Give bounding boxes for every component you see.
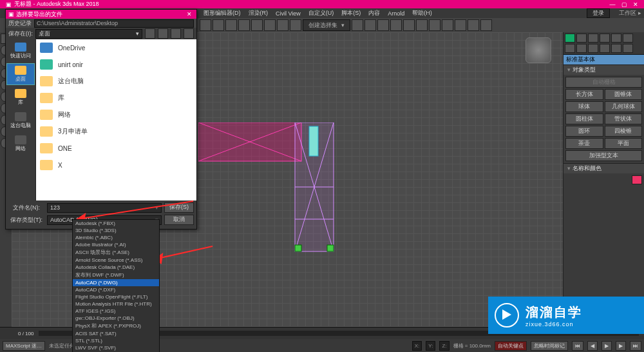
filetype-option[interactable]: ACIS SAT (*.SAT) bbox=[73, 330, 159, 337]
btn-plane[interactable]: 平面 bbox=[605, 138, 643, 149]
filetype-option[interactable]: LWV SVF (*.SVF) bbox=[73, 344, 159, 351]
menu-graphicedit[interactable]: 图形编辑器(D) bbox=[204, 9, 241, 17]
tool-render-icon[interactable] bbox=[480, 19, 492, 31]
menu-content[interactable]: 内容 bbox=[368, 9, 380, 17]
tool-link-icon[interactable] bbox=[225, 19, 237, 31]
tool-percent-icon[interactable] bbox=[277, 19, 289, 31]
rollout-objecttype[interactable]: 对象类型 bbox=[564, 64, 644, 75]
play-icon[interactable]: ▶ bbox=[601, 341, 612, 351]
file-list[interactable]: OneDrive unirt onir 这台电脑 库 网络 3月申请单 ONE … bbox=[36, 39, 196, 200]
tool-schematic-icon[interactable] bbox=[416, 19, 428, 31]
filetype-option[interactable]: Autodesk (*.FBX) bbox=[73, 220, 159, 227]
menu-custom[interactable]: 自定义(U) bbox=[308, 9, 334, 17]
subtab-geometry-icon[interactable] bbox=[565, 44, 575, 53]
tool-snap-icon[interactable] bbox=[264, 19, 276, 31]
tool-curve-icon[interactable] bbox=[403, 19, 415, 31]
tool-render-frame-icon[interactable] bbox=[455, 19, 466, 31]
subtab-helpers-icon[interactable] bbox=[611, 44, 621, 53]
filetype-option[interactable]: 发布到 DWF (*.DWF) bbox=[73, 271, 159, 279]
btn-cone[interactable]: 圆锥体 bbox=[605, 89, 643, 100]
nav-view-icon[interactable] bbox=[184, 28, 194, 39]
history-path[interactable]: C:\Users\Administrator\Desktop bbox=[34, 19, 194, 28]
coord-y[interactable]: Y: bbox=[426, 341, 435, 351]
btn-tube[interactable]: 管状体 bbox=[605, 113, 643, 124]
tool-mirror-icon[interactable] bbox=[352, 19, 363, 31]
tool-undo-icon[interactable] bbox=[200, 19, 211, 31]
place-thispc[interactable]: 这台电脑 bbox=[6, 110, 35, 132]
menu-render[interactable]: 渲染(R) bbox=[249, 9, 269, 17]
btn-box[interactable]: 长方体 bbox=[565, 89, 603, 100]
menu-help[interactable]: 帮助(H) bbox=[412, 9, 432, 17]
btn-torus[interactable]: 圆环 bbox=[565, 126, 603, 137]
close-button[interactable]: ✕ bbox=[630, 1, 641, 8]
tab-hierarchy-icon[interactable] bbox=[588, 34, 598, 43]
nav-up-icon[interactable] bbox=[158, 28, 168, 39]
minimize-button[interactable]: — bbox=[607, 1, 618, 8]
place-libraries[interactable]: 库 bbox=[6, 86, 35, 108]
maxscript-listener[interactable]: MAXScript 迷… bbox=[3, 341, 45, 351]
filetype-option[interactable]: Motion Analysis HTR File (*.HTR) bbox=[73, 300, 159, 308]
filetype-option[interactable]: Alembic (*.ABC) bbox=[73, 234, 159, 241]
filetype-option[interactable]: PhysX 和 APEX (*.PXPROJ) bbox=[73, 322, 159, 330]
filetype-option[interactable]: Autodesk Collada (*.DAE) bbox=[73, 264, 159, 271]
autogrid-check[interactable]: 自动栅格 bbox=[565, 77, 642, 88]
dialog-close-button[interactable]: ✕ bbox=[185, 11, 194, 17]
tool-spinner-icon[interactable] bbox=[290, 19, 301, 31]
subtab-lights-icon[interactable] bbox=[588, 44, 598, 53]
color-swatch[interactable] bbox=[632, 175, 642, 184]
subtab-shapes-icon[interactable] bbox=[576, 44, 587, 53]
filetype-option[interactable]: 3D Studio (*.3DS) bbox=[73, 227, 159, 234]
workspace-menu[interactable]: 工作区 ▸ bbox=[619, 9, 641, 17]
btn-textplus[interactable]: 加强型文本 bbox=[565, 150, 642, 161]
tool-align-icon[interactable] bbox=[365, 19, 376, 31]
coord-x[interactable]: X: bbox=[412, 341, 422, 351]
place-desktop[interactable]: 桌面 bbox=[6, 63, 35, 85]
tool-material-icon[interactable] bbox=[429, 19, 440, 31]
place-network[interactable]: 网络 bbox=[6, 133, 35, 155]
menu-script[interactable]: 脚本(S) bbox=[341, 9, 361, 17]
selection-set-dropdown[interactable]: 创建选择集 bbox=[303, 19, 350, 31]
subtab-space-icon[interactable] bbox=[623, 44, 633, 53]
filetype-option[interactable]: Flight Studio OpenFlight (*.FLT) bbox=[73, 293, 159, 300]
filetype-option[interactable]: gw::OBJ-Exporter (*.OBJ) bbox=[73, 315, 159, 322]
category-dropdown[interactable]: 标准基本体 bbox=[564, 54, 644, 64]
wireframe-object[interactable] bbox=[198, 122, 353, 258]
filetype-option-selected[interactable]: AutoCAD (*.DWG) bbox=[73, 279, 159, 286]
tool-angle-icon[interactable] bbox=[251, 19, 263, 31]
menu-arnold[interactable]: Arnold bbox=[388, 10, 404, 17]
menu-civilview[interactable]: Civil View bbox=[276, 10, 301, 17]
login-button[interactable]: 登录 bbox=[587, 8, 610, 18]
btn-geosphere[interactable]: 几何球体 bbox=[605, 101, 643, 112]
filetype-dropdown-list[interactable]: Autodesk (*.FBX) 3D Studio (*.3DS) Alemb… bbox=[72, 219, 160, 352]
tool-teapot-icon[interactable] bbox=[468, 19, 479, 31]
autokey-button[interactable]: 自动关键点 bbox=[495, 341, 527, 351]
filetype-option[interactable]: Adobe Illustrator (*.AI) bbox=[73, 241, 159, 248]
play-next-icon[interactable]: ▶ bbox=[616, 341, 626, 351]
maximize-button[interactable]: ▢ bbox=[618, 1, 630, 8]
btn-cylinder[interactable]: 圆柱体 bbox=[565, 113, 603, 124]
filetype-option[interactable]: STL (*.STL) bbox=[73, 337, 159, 344]
tool-redo-icon[interactable] bbox=[213, 19, 224, 31]
tab-create-icon[interactable] bbox=[565, 34, 575, 43]
tab-modify-icon[interactable] bbox=[576, 34, 587, 43]
filetype-option[interactable]: ATF IGES (*.IGS) bbox=[73, 308, 159, 315]
viewcube[interactable] bbox=[526, 37, 551, 63]
nav-back-icon[interactable] bbox=[145, 28, 155, 39]
tool-layer-icon[interactable] bbox=[377, 19, 389, 31]
tool-move-icon[interactable] bbox=[238, 19, 250, 31]
tab-motion-icon[interactable] bbox=[600, 34, 610, 43]
tab-utilities-icon[interactable] bbox=[623, 34, 633, 43]
filetype-option[interactable]: AutoCAD (*.DXF) bbox=[73, 286, 159, 293]
play-prev-icon[interactable]: ◀ bbox=[587, 341, 598, 351]
timetag-button[interactable]: 忽略时间标记 bbox=[531, 341, 568, 351]
btn-sphere[interactable]: 球体 bbox=[565, 101, 603, 112]
btn-teapot[interactable]: 茶壶 bbox=[565, 138, 603, 149]
play-end-icon[interactable]: ⏭ bbox=[630, 341, 641, 351]
filetype-option[interactable]: ASCII 场景导出 (*.ASE) bbox=[73, 248, 159, 257]
coord-z[interactable]: Z: bbox=[439, 341, 449, 351]
btn-pyramid[interactable]: 四棱锥 bbox=[605, 126, 643, 137]
play-start-icon[interactable]: ⏮ bbox=[572, 341, 583, 351]
subtab-cameras-icon[interactable] bbox=[600, 44, 610, 53]
filetype-option[interactable]: Arnold Scene Source (*.ASS) bbox=[73, 257, 159, 264]
rollout-namecolor[interactable]: 名称和颜色 bbox=[564, 163, 644, 173]
